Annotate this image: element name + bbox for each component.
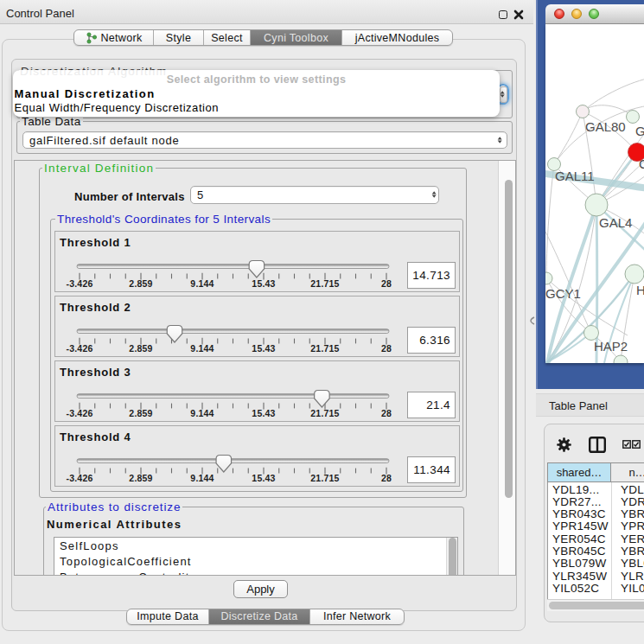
svg-text:GAL4: GAL4 [599, 215, 632, 230]
svg-text:C: C [639, 156, 644, 171]
svg-text:GCY1: GCY1 [545, 286, 581, 301]
svg-text:GA: GA [635, 124, 644, 138]
svg-text:GAL80: GAL80 [585, 119, 626, 134]
svg-text:GAL11: GAL11 [555, 169, 595, 183]
svg-text:H: H [636, 283, 644, 297]
svg-text:HAP2: HAP2 [594, 339, 628, 354]
